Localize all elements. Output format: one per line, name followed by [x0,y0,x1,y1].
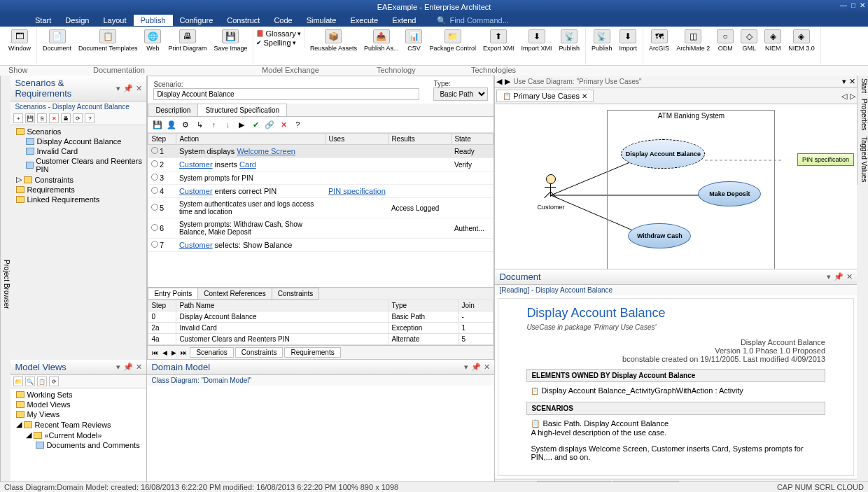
tab-structured-spec[interactable]: Structured Specification [197,104,287,116]
maximize-icon[interactable]: □ [851,1,855,9]
step-row[interactable]: 1System displays Welcome ScreenReady [148,145,493,158]
st-branch-icon[interactable]: ↳ [194,119,205,130]
find-command[interactable]: 🔍 Find Command... [437,16,508,25]
diag-close-icon[interactable]: ✕ [849,77,855,86]
path-row[interactable]: 0Display Account BalanceBasic Path- [148,311,493,323]
st-link-icon[interactable]: 🔗 [264,119,275,130]
mv-tb4-icon[interactable]: ⟳ [49,377,59,386]
mv-tb2-icon[interactable]: 🔍 [25,377,35,386]
ribbon-window[interactable]: 🗔Window [6,28,34,53]
type-select[interactable]: Basic Path [433,87,488,101]
ribbon-package-control[interactable]: 📁Package Control [426,28,479,53]
tree-scenarios-root[interactable]: Scenarios [13,127,144,136]
btab-scenarios[interactable]: Scenarios [190,347,233,358]
st-system-icon[interactable]: ⚙ [180,119,191,130]
st-save-icon[interactable]: 💾 [152,119,163,130]
minimize-icon[interactable]: — [840,1,847,9]
tb-copy-icon[interactable]: ⎘ [37,113,47,123]
step-row[interactable]: 2Customer inserts CardVerify [148,158,493,171]
tb-delete-icon[interactable]: ✕ [49,113,59,123]
scenario-input[interactable] [153,88,419,100]
pcol-step[interactable]: Step [148,300,176,311]
diagram-tab[interactable]: 📋 Primary Use Cases ✕ [496,90,593,102]
menu-extend[interactable]: Extend [385,15,423,26]
menu-construct[interactable]: Construct [220,15,267,26]
nav-last-icon[interactable]: ⏭ [179,349,188,356]
tree-item-reenter-pin[interactable]: Customer Clears and Reenters PIN [13,156,144,174]
pin-icon[interactable]: ▾ [116,84,120,93]
col-uses[interactable]: Uses [326,134,388,145]
dm-pin-icon[interactable]: ▾ [464,363,468,372]
ribbon-import-tech[interactable]: ⬇Import [617,28,640,53]
mv-tb3-icon[interactable]: 📋 [37,377,47,386]
col-results[interactable]: Results [388,134,451,145]
ribbon-export-xmi[interactable]: ⬆Export XMI [480,28,517,53]
ribbon-gml[interactable]: ◇GML [738,28,760,53]
nav-first-icon[interactable]: ⏮ [150,349,160,356]
st-actor-icon[interactable]: 👤 [166,119,177,130]
pcol-name[interactable]: Path Name [176,300,388,311]
diag-menu-icon[interactable]: ▾ [842,77,846,86]
mv-working-sets[interactable]: Working Sets [13,390,144,400]
ribbon-publish[interactable]: 📡Publish [556,28,583,53]
tb-print-icon[interactable]: 🖶 [61,113,71,123]
menu-publish[interactable]: Publish [134,15,173,26]
step-row[interactable]: 3System prompts for PIN [148,171,493,185]
ribbon-odm[interactable]: ○ODM [714,28,736,53]
ribbon-glossary[interactable]: 📕 Glossary ▾ [256,29,300,38]
ribbon-document[interactable]: 📄Document [40,28,74,53]
mv-current-model[interactable]: ◢ «Current Model» [13,430,144,440]
ribbon-spelling[interactable]: ✔ Spelling ▾ [256,38,300,47]
col-action[interactable]: Action [176,134,326,145]
menu-code[interactable]: Code [267,15,299,26]
ribbon-csv[interactable]: 📊CSV [402,28,425,53]
usecase-display-balance[interactable]: Display Account Balance [621,139,705,169]
ribbon-niem3[interactable]: ◈NIEM 3.0 [785,28,818,53]
close-icon[interactable]: ✕ [860,1,865,9]
tree-linked-req[interactable]: Linked Requirements [13,195,144,204]
ribbon-publish-as[interactable]: 📤Publish As... [361,28,402,53]
diag-scroll-left-icon[interactable]: ◁ [841,92,847,101]
tb-help-icon[interactable]: ? [85,113,94,123]
pin2-icon[interactable]: 📌 [123,84,133,93]
ribbon-arcgis[interactable]: 🗺ArcGIS [646,28,672,53]
step-row[interactable]: 7Customer selects: Show Balance [148,239,493,252]
st-down-icon[interactable]: ↓ [222,119,233,130]
menu-layout[interactable]: Layout [96,15,133,26]
pcol-type[interactable]: Type [388,300,458,311]
nav-next-icon[interactable]: ▶ [170,349,178,356]
doc-pin2-icon[interactable]: 📌 [834,272,844,281]
tree-item-invalid-card[interactable]: Invalid Card [13,146,144,156]
mv-close-icon[interactable]: ✕ [136,363,142,372]
mv-my-views[interactable]: My Views [13,409,144,419]
ribbon-save-image[interactable]: 💾Save Image [211,28,250,53]
usecase-make-deposit[interactable]: Make Deposit [698,181,761,206]
menu-start[interactable]: Start [28,15,58,26]
document-body[interactable]: Display Account Balance UseCase in packa… [498,298,854,476]
step-row[interactable]: 5System authenticates user and logs acce… [148,198,493,218]
etab-constraints[interactable]: Constraints [272,288,320,300]
etab-context-refs[interactable]: Context References [197,288,272,300]
close-panel-icon[interactable]: ✕ [136,84,142,93]
ribbon-doc-templates[interactable]: 📋Document Templates [76,28,140,53]
st-delete-icon[interactable]: ✕ [278,119,289,130]
mv-model-views[interactable]: Model Views [13,400,144,409]
diag-nav-fwd-icon[interactable]: ▶ [505,77,510,86]
step-row[interactable]: 6System prompts: Withdraw Cash, Show Bal… [148,218,493,239]
ribbon-niem[interactable]: ◈NIEM [762,28,784,53]
tab-description[interactable]: Description [148,104,198,116]
st-help-icon[interactable]: ? [292,119,303,130]
actor-customer[interactable]: Customer [537,174,564,211]
vtab-project-browser[interactable]: Project Browser [0,76,10,492]
tree-constraints[interactable]: ▷ Constraints [13,174,144,185]
btab-constraints[interactable]: Constraints [235,347,284,358]
menu-simulate[interactable]: Simulate [300,15,344,26]
ribbon-publish-tech[interactable]: 📡Publish [589,28,615,53]
ribbon-reusable-assets[interactable]: 📦Reusable Assets [307,28,360,53]
vtab-tagged-values[interactable]: Tagged Values [857,134,868,185]
tree-item-display-balance[interactable]: Display Account Balance [13,136,144,146]
step-row[interactable]: 4Customer enters correct PINPIN specific… [148,185,493,198]
mv-docs-comments[interactable]: Documents and Comments [13,440,144,450]
menu-design[interactable]: Design [58,15,96,26]
path-row[interactable]: 4aCustomer Clears and Reenters PINAltern… [148,334,493,345]
